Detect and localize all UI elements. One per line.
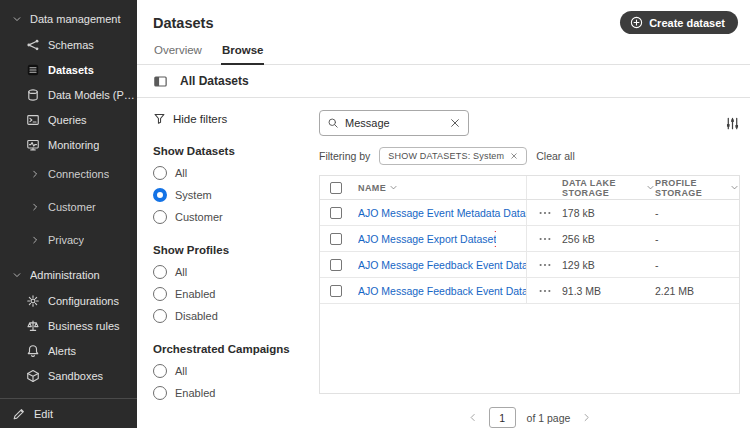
radio-label: Enabled [175,288,215,300]
sidebar-item-schemas[interactable]: Schemas [0,32,137,57]
page-number-input[interactable] [489,407,516,428]
radio-show-profiles-disabled[interactable]: Disabled [153,309,303,323]
row-actions-cell [526,252,562,277]
radio-label: Customer [175,211,223,223]
sidebar-item-configurations[interactable]: Configurations [0,288,137,313]
filter-chip[interactable]: SHOW DATASETS: System [379,147,527,165]
more-actions-icon[interactable] [538,232,552,246]
select-all-checkbox[interactable] [330,182,342,194]
radio-label: All [175,167,187,179]
radio-show-profiles-all[interactable]: All [153,265,303,279]
page-header: Datasets Create dataset [137,0,750,40]
row-checkbox[interactable] [330,259,342,271]
sidebar-item-customer[interactable]: Customer [0,190,137,223]
chevron-right-icon [30,235,40,245]
radio-button-icon [153,309,167,323]
sidebar-item-sandboxes[interactable]: Sandboxes [0,363,137,388]
browse-subheader: All Datasets [137,65,750,98]
data-lake-storage-value: 129 kB [562,259,655,271]
sidebar-item-business-rules[interactable]: Business rules [0,313,137,338]
clear-search-icon[interactable] [449,117,461,129]
radio-button-icon [153,364,167,378]
tab-overview[interactable]: Overview [153,40,203,64]
radio-button-icon [153,386,167,400]
sidebar-item-label: Customer [48,201,96,213]
radio-orchestrated-campaigns-all[interactable]: All [153,364,303,378]
radio-show-datasets-system[interactable]: System [153,188,303,202]
sidebar-group-data-management[interactable]: Data management [0,6,137,32]
row-checkbox[interactable] [330,233,342,245]
radio-show-profiles-enabled[interactable]: Enabled [153,287,303,301]
sidebar-item-queries[interactable]: Queries [0,107,137,132]
column-settings-icon[interactable] [725,116,740,131]
create-dataset-button[interactable]: Create dataset [620,11,738,34]
radio-button-icon [153,210,167,224]
more-actions-icon[interactable] [538,258,552,272]
row-actions-cell [526,200,562,225]
schemas-icon [26,38,40,52]
row-checkbox-cell [320,233,352,245]
next-page-icon[interactable] [581,412,592,423]
sidebar-item-alerts[interactable]: Alerts [0,338,137,363]
sidebar-group-administration[interactable]: Administration [0,262,137,288]
row-actions-cell [526,226,562,251]
radio-show-datasets-customer[interactable]: Customer [153,210,303,224]
row-checkbox-cell [320,285,352,297]
dataset-name-link[interactable]: AJO Message Event Metadata Dataset [358,205,526,221]
dataset-name-cell: AJO Message Export Dataset [352,231,526,247]
radio-button-icon [153,287,167,301]
column-header-profile-label: PROFILE STORAGE [655,178,727,198]
edit-label: Edit [34,408,53,420]
table-row: AJO Message Feedback Event Dataset - Non… [320,252,739,278]
tab-browse[interactable]: Browse [221,40,265,65]
table-header-row: NAME DATA LAKE STORAGE PROFILE STORAGE [320,176,739,200]
table-row: AJO Message Export Dataset256 kB- [320,226,739,252]
search-input[interactable] [345,117,443,129]
filter-group-title-show-datasets: Show Datasets [153,145,303,157]
hide-filters-button[interactable]: Hide filters [153,112,303,125]
more-actions-icon[interactable] [538,206,552,220]
profile-storage-value: 2.21 MB [655,285,739,297]
table-row: AJO Message Event Metadata Dataset178 kB… [320,200,739,226]
radio-orchestrated-campaigns-enabled[interactable]: Enabled [153,386,303,400]
dataset-name-link[interactable]: AJO Message Export Dataset [358,231,496,247]
radio-button-icon [153,166,167,180]
sidebar-item-label: Sandboxes [48,370,103,382]
column-header-data-lake[interactable]: DATA LAKE STORAGE [562,178,655,198]
sidebar-item-label: Monitoring [48,139,99,151]
search-box [319,110,469,136]
sidebar-item-connections[interactable]: Connections [0,157,137,190]
radio-show-datasets-all[interactable]: All [153,166,303,180]
configurations-icon [26,294,40,308]
sidebar-item-label: Data Models (POC) [48,89,137,101]
section-title: All Datasets [180,74,249,88]
sidebar-item-label: Business rules [48,320,120,332]
edit-button[interactable]: Edit [0,398,137,428]
sidebar-item-label: Schemas [48,39,94,51]
previous-page-icon[interactable] [467,412,478,423]
more-actions-icon[interactable] [538,284,552,298]
sidebar-item-monitoring[interactable]: Monitoring [0,132,137,157]
queries-icon [26,113,40,127]
column-header-name[interactable]: NAME [352,183,526,193]
chip-remove-icon[interactable] [510,152,518,160]
clear-all-link[interactable]: Clear all [536,150,575,162]
dataset-name-link[interactable]: AJO Message Feedback Event Dataset - Non… [358,257,526,273]
filter-funnel-icon [153,112,166,125]
sidebar-item-privacy[interactable]: Privacy [0,223,137,256]
row-checkbox[interactable] [330,207,342,219]
sidebar-item-data-models-poc[interactable]: Data Models (POC) [0,82,137,107]
sidebar-item-label: Queries [48,114,87,126]
dataset-name-link[interactable]: AJO Message Feedback Event Dataset [358,283,526,299]
hide-filters-label: Hide filters [173,113,227,125]
row-checkbox[interactable] [330,285,342,297]
radio-label: All [175,266,187,278]
sort-chevron-icon [730,183,739,192]
table-row: AJO Message Feedback Event Dataset91.3 M… [320,278,739,304]
tab-bar: OverviewBrowse [137,40,750,65]
sidebar-item-datasets[interactable]: Datasets [0,57,137,82]
chevron-down-icon [12,270,22,280]
radio-label: Enabled [175,387,215,399]
panel-toggle-icon[interactable] [153,74,168,89]
column-header-profile[interactable]: PROFILE STORAGE [655,178,739,198]
